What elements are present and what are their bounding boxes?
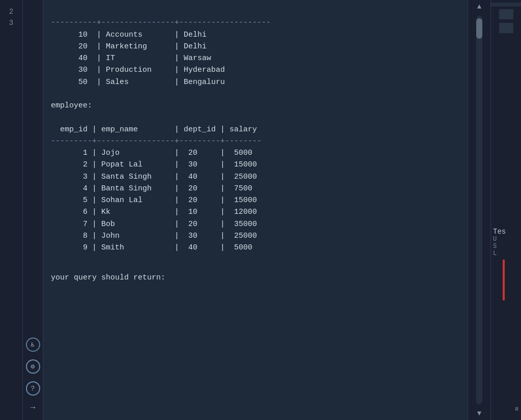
folder-icon[interactable] [499,9,513,19]
person-icon[interactable]: ♿ [26,338,40,352]
emp-row-2: 2 | Popat Lal | 30 | 15000 [51,160,257,169]
employee-section-label: employee: [51,101,92,110]
terminal-output: ----------+----------------+------------… [51,5,457,266]
scrollbar-track[interactable] [476,16,482,404]
emp-table-header: emp_id | emp_name | dept_id | salary [51,125,257,134]
line-numbers-panel: 2 3 [0,0,23,420]
main-content-area: ----------+----------------+------------… [43,0,468,420]
dept-row-1: 10 | Accounts | Delhi [51,31,207,39]
query-instruction: your query should return: [51,273,457,282]
panel-sub-u: U [493,236,497,243]
panel-sub-l: L [493,250,497,257]
folder-icon-2[interactable] [499,23,513,33]
line-num-3: 3 [0,17,22,29]
line-num-2: 2 [0,6,22,17]
emp-row-8: 8 | John | 30 | 25000 [51,232,257,240]
test-text: Tes [493,228,506,236]
arrow-right-icon[interactable]: → [31,403,36,412]
scroll-up-arrow[interactable]: ▲ [475,0,484,13]
emp-row-6: 6 | Kk | 10 | 12000 [51,208,257,216]
test-panel: Tes U S L [491,228,506,300]
far-right-panel: Tes U S L R [490,0,521,420]
emp-row-7: 7 | Bob | 20 | 35000 [51,220,257,229]
scroll-down-arrow[interactable]: ▼ [475,407,484,420]
dept-row-5: 50 | Sales | Bengaluru [51,78,225,87]
red-indicator-bar [503,260,505,300]
dept-top-dash: ----------+----------------+------------… [51,18,271,27]
right-scrollbar-panel: ▲ ▼ [468,0,490,420]
top-bar [491,3,521,7]
emp-row-5: 5 | Sohan Lal | 20 | 15000 [51,196,257,205]
bottom-right-letter: R [515,406,518,412]
left-icon-panel: ♿ ⚙ ? → [23,0,43,420]
emp-row-4: 4 | Banta Singh | 20 | 7500 [51,184,252,193]
question-icon[interactable]: ? [26,381,40,396]
dept-row-4: 30 | Production | Hyderabad [51,66,225,74]
panel-sub-s: S [493,243,497,250]
emp-row-9: 9 | Smith | 40 | 5000 [51,243,252,252]
emp-row-3: 3 | Santa Singh | 40 | 25000 [51,173,257,181]
scrollbar-thumb[interactable] [476,18,482,39]
emp-row-1: 1 | Jojo | 20 | 5000 [51,149,252,157]
dept-row-2: 20 | Marketing | Delhi [51,42,207,51]
gear-icon[interactable]: ⚙ [26,359,40,374]
emp-table-dash: ---------+-----------------+---------+--… [51,137,262,146]
dept-row-3: 40 | IT | Warsaw [51,54,211,63]
